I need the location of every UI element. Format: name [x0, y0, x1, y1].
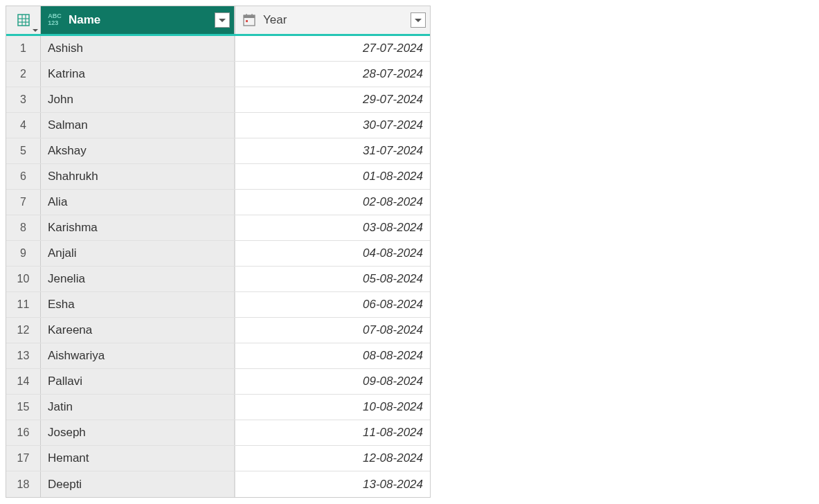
row-number[interactable]: 4 — [6, 113, 41, 138]
abc123-type-icon: ABC123 — [45, 10, 64, 30]
column-header-label: Year — [263, 13, 411, 27]
row-number[interactable]: 5 — [6, 138, 41, 163]
table-row[interactable]: 2Katrina28-07-2024 — [6, 62, 430, 87]
row-number[interactable]: 15 — [6, 395, 41, 420]
cell-name[interactable]: Akshay — [41, 138, 235, 163]
cell-year[interactable]: 10-08-2024 — [235, 395, 430, 420]
cell-year[interactable]: 05-08-2024 — [235, 267, 430, 291]
table-row[interactable]: 13Aishwariya08-08-2024 — [6, 343, 430, 369]
cell-year[interactable]: 11-08-2024 — [235, 420, 430, 445]
row-number[interactable]: 16 — [6, 420, 41, 445]
table-row[interactable]: 7Alia02-08-2024 — [6, 190, 430, 215]
cell-year[interactable]: 08-08-2024 — [235, 343, 430, 368]
row-number[interactable]: 8 — [6, 215, 41, 240]
table-row[interactable]: 18Deepti13-08-2024 — [6, 471, 430, 497]
table-body: 1Ashish27-07-20242Katrina28-07-20243John… — [6, 36, 430, 497]
cell-year[interactable]: 30-07-2024 — [235, 113, 430, 138]
row-number[interactable]: 7 — [6, 190, 41, 215]
table-row[interactable]: 16Joseph11-08-2024 — [6, 420, 430, 446]
cell-year[interactable]: 28-07-2024 — [235, 62, 430, 87]
date-type-icon — [240, 10, 259, 30]
cell-year[interactable]: 03-08-2024 — [235, 215, 430, 240]
row-number[interactable]: 12 — [6, 318, 41, 343]
table-icon — [17, 13, 30, 27]
cell-year[interactable]: 09-08-2024 — [235, 369, 430, 394]
cell-name[interactable]: Karishma — [41, 215, 235, 240]
row-number[interactable]: 3 — [6, 87, 41, 112]
row-number[interactable]: 17 — [6, 446, 41, 471]
row-number[interactable]: 11 — [6, 292, 41, 317]
cell-name[interactable]: Pallavi — [41, 369, 235, 394]
cell-name[interactable]: Alia — [41, 190, 235, 215]
cell-name[interactable]: Aishwariya — [41, 343, 235, 368]
table-row[interactable]: 5Akshay31-07-2024 — [6, 138, 430, 164]
row-number[interactable]: 2 — [6, 62, 41, 87]
cell-name[interactable]: Shahrukh — [41, 164, 235, 189]
cell-name[interactable]: Kareena — [41, 318, 235, 343]
table-row[interactable]: 6Shahrukh01-08-2024 — [6, 164, 430, 190]
cell-year[interactable]: 04-08-2024 — [235, 241, 430, 266]
cell-name[interactable]: Salman — [41, 113, 235, 138]
svg-rect-9 — [246, 20, 248, 22]
table-row[interactable]: 11Esha06-08-2024 — [6, 292, 430, 318]
cell-name[interactable]: Anjali — [41, 241, 235, 266]
table-row[interactable]: 15Jatin10-08-2024 — [6, 395, 430, 420]
row-number[interactable]: 13 — [6, 343, 41, 368]
row-number[interactable]: 18 — [6, 471, 41, 497]
cell-year[interactable]: 06-08-2024 — [235, 292, 430, 317]
filter-dropdown-button[interactable] — [411, 12, 426, 28]
table-row[interactable]: 3John29-07-2024 — [6, 87, 430, 113]
cell-name[interactable]: Esha — [41, 292, 235, 317]
cell-year[interactable]: 29-07-2024 — [235, 87, 430, 112]
table-row[interactable]: 1Ashish27-07-2024 — [6, 36, 430, 62]
filter-dropdown-button[interactable] — [215, 12, 230, 28]
cell-year[interactable]: 07-08-2024 — [235, 318, 430, 343]
column-header-label: Name — [69, 13, 215, 27]
column-header-name[interactable]: ABC123 Name — [41, 6, 235, 34]
table-row[interactable]: 17Hemant12-08-2024 — [6, 446, 430, 471]
cell-year[interactable]: 13-08-2024 — [235, 471, 430, 497]
cell-year[interactable]: 01-08-2024 — [235, 164, 430, 189]
table-row[interactable]: 8Karishma03-08-2024 — [6, 215, 430, 241]
svg-rect-6 — [244, 15, 255, 18]
cell-name[interactable]: Deepti — [41, 471, 235, 497]
row-number[interactable]: 1 — [6, 36, 41, 61]
chevron-down-icon — [33, 29, 38, 32]
query-table: ABC123 Name Year 1Ashish27-07-20242Katri… — [6, 6, 431, 498]
cell-name[interactable]: Jatin — [41, 395, 235, 420]
table-row[interactable]: 12Kareena07-08-2024 — [6, 318, 430, 343]
cell-name[interactable]: Katrina — [41, 62, 235, 87]
row-number[interactable]: 6 — [6, 164, 41, 189]
cell-year[interactable]: 12-08-2024 — [235, 446, 430, 471]
cell-name[interactable]: Jenelia — [41, 267, 235, 291]
column-header-year[interactable]: Year — [235, 6, 430, 34]
table-row[interactable]: 4Salman30-07-2024 — [6, 113, 430, 138]
cell-name[interactable]: Ashish — [41, 36, 235, 61]
cell-name[interactable]: Hemant — [41, 446, 235, 471]
cell-name[interactable]: Joseph — [41, 420, 235, 445]
table-row[interactable]: 10Jenelia05-08-2024 — [6, 267, 430, 292]
svg-rect-0 — [18, 15, 29, 26]
cell-name[interactable]: John — [41, 87, 235, 112]
table-select-all-corner[interactable] — [6, 6, 41, 34]
row-number[interactable]: 10 — [6, 267, 41, 291]
cell-year[interactable]: 31-07-2024 — [235, 138, 430, 163]
row-number[interactable]: 9 — [6, 241, 41, 266]
row-number[interactable]: 14 — [6, 369, 41, 394]
table-header-row: ABC123 Name Year — [6, 6, 430, 36]
cell-year[interactable]: 02-08-2024 — [235, 190, 430, 215]
cell-year[interactable]: 27-07-2024 — [235, 36, 430, 61]
table-row[interactable]: 9Anjali04-08-2024 — [6, 241, 430, 267]
table-row[interactable]: 14Pallavi09-08-2024 — [6, 369, 430, 395]
